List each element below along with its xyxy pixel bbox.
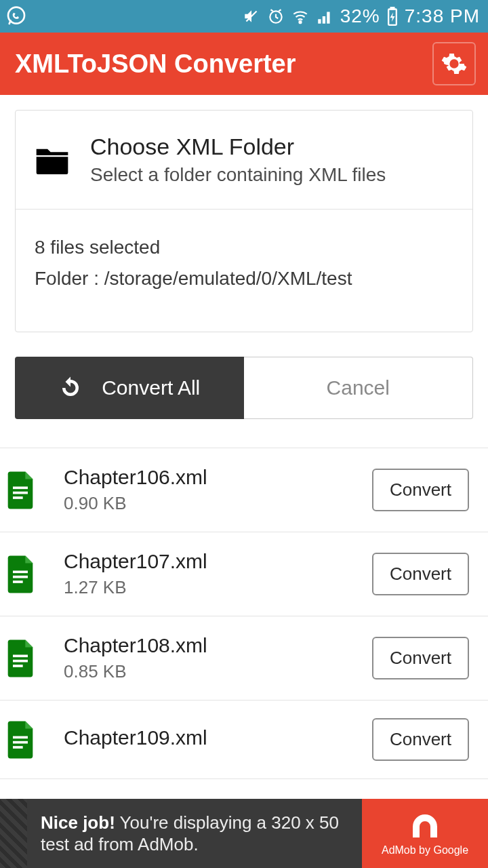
file-name: Chapter107.xml — [64, 550, 372, 573]
whatsapp-icon — [5, 5, 27, 27]
svg-rect-10 — [13, 580, 23, 583]
svg-rect-5 — [13, 486, 28, 489]
file-icon — [5, 721, 43, 759]
file-list: Chapter106.xml 0.90 KB Convert Chapter10… — [0, 448, 488, 779]
svg-rect-4 — [390, 7, 394, 9]
file-name: Chapter108.xml — [64, 634, 372, 657]
ad-decoration — [0, 799, 27, 868]
svg-rect-11 — [13, 654, 28, 657]
file-icon — [5, 639, 43, 677]
svg-rect-8 — [13, 570, 28, 573]
choose-folder-title: Choose XML Folder — [90, 134, 386, 160]
mute-icon — [243, 7, 260, 25]
settings-button[interactable] — [432, 42, 476, 85]
svg-rect-14 — [13, 736, 28, 738]
action-button-row: Convert All Cancel — [15, 357, 473, 419]
svg-rect-16 — [13, 746, 23, 749]
status-bar: 32% 7:38 PM — [0, 0, 488, 33]
ad-banner[interactable]: Nice job! You're displaying a 320 x 50 t… — [0, 799, 488, 868]
file-name: Chapter106.xml — [64, 466, 372, 489]
svg-rect-7 — [13, 496, 23, 499]
file-row[interactable]: Chapter107.xml 1.27 KB Convert — [0, 532, 488, 616]
gear-icon — [441, 50, 468, 77]
svg-rect-12 — [13, 659, 28, 662]
svg-rect-9 — [13, 575, 28, 578]
battery-percent: 32% — [340, 5, 380, 27]
svg-rect-6 — [13, 491, 28, 494]
convert-button[interactable]: Convert — [372, 553, 469, 595]
file-row[interactable]: Chapter106.xml 0.90 KB Convert — [0, 448, 488, 532]
convert-button[interactable]: Convert — [372, 637, 469, 679]
convert-button[interactable]: Convert — [372, 469, 469, 511]
svg-rect-13 — [13, 665, 23, 667]
admob-icon — [406, 810, 444, 843]
choose-folder-row[interactable]: Choose XML Folder Select a folder contai… — [16, 111, 472, 210]
folder-card: Choose XML Folder Select a folder contai… — [15, 110, 473, 332]
svg-rect-15 — [13, 741, 28, 743]
file-size: 0.85 KB — [64, 661, 372, 682]
refresh-icon — [58, 376, 83, 400]
app-bar: XMLToJSON Converter — [0, 33, 488, 95]
cancel-label: Cancel — [327, 376, 390, 399]
cancel-button[interactable]: Cancel — [244, 357, 474, 419]
file-icon — [5, 471, 43, 509]
file-row[interactable]: Chapter109.xml Convert — [0, 700, 488, 779]
ad-brand: AdMob by Google — [362, 799, 488, 868]
convert-all-label: Convert All — [102, 376, 200, 399]
convert-button[interactable]: Convert — [372, 718, 469, 761]
battery-charging-icon — [387, 7, 398, 26]
ad-text: Nice job! You're displaying a 320 x 50 t… — [27, 799, 362, 868]
svg-point-2 — [299, 21, 301, 23]
convert-all-button[interactable]: Convert All — [15, 357, 244, 419]
clock-time: 7:38 PM — [405, 5, 480, 27]
file-row[interactable]: Chapter108.xml 0.85 KB Convert — [0, 616, 488, 700]
file-icon — [5, 555, 43, 593]
app-title: XMLToJSON Converter — [15, 50, 296, 79]
folder-icon — [33, 144, 71, 176]
file-size: 0.90 KB — [64, 493, 372, 514]
files-selected-count: 8 files selected — [35, 237, 453, 258]
file-size: 1.27 KB — [64, 577, 372, 598]
folder-path: Folder : /storage/emulated/0/XML/test — [35, 268, 453, 290]
signal-icon — [316, 7, 333, 25]
alarm-icon — [267, 7, 285, 25]
file-name: Chapter109.xml — [64, 726, 372, 749]
choose-folder-subtitle: Select a folder containing XML files — [90, 164, 386, 186]
wifi-icon — [291, 7, 309, 25]
